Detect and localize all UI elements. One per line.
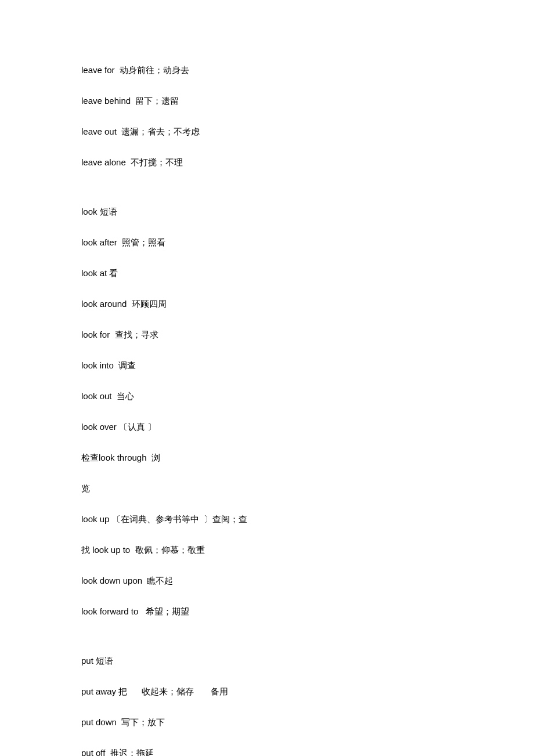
text-line: put away 把 收起来；储存 备用: [81, 685, 453, 697]
text-line: put down 写下；放下: [81, 716, 453, 728]
text-line: look after 照管；照看: [81, 236, 453, 248]
text-line: look into 调查: [81, 359, 453, 371]
text-line: leave for 动身前往；动身去: [81, 64, 453, 76]
section-gap: [81, 636, 453, 654]
text-line: put 短语: [81, 654, 453, 667]
text-line: put off 推迟；拖延: [81, 747, 453, 756]
text-line: look up 〔在词典、参考书等中 〕查阅；查: [81, 513, 453, 525]
text-line: leave out 遗漏；省去；不考虑: [81, 125, 453, 138]
text-line: look out 当心: [81, 390, 453, 402]
text-line: leave alone 不打搅；不理: [81, 156, 453, 168]
text-line: leave behind 留下；遗留: [81, 95, 453, 107]
text-line: look for 查找；寻求: [81, 328, 453, 341]
text-line: 览: [81, 482, 453, 494]
text-line: look over 〔认真 〕: [81, 421, 453, 433]
text-line: look 短语: [81, 205, 453, 218]
text-line: look forward to 希望；期望: [81, 605, 453, 617]
text-line: 找 look up to 敬佩；仰慕；敬重: [81, 544, 453, 556]
section-gap: [81, 187, 453, 205]
text-line: look down upon 瞧不起: [81, 574, 453, 587]
text-line: look at 看: [81, 267, 453, 279]
text-line: look around 环顾四周: [81, 298, 453, 310]
document-page: leave for 动身前往；动身去leave behind 留下；遗留leav…: [0, 0, 534, 756]
text-line: 检查look through 浏: [81, 451, 453, 464]
